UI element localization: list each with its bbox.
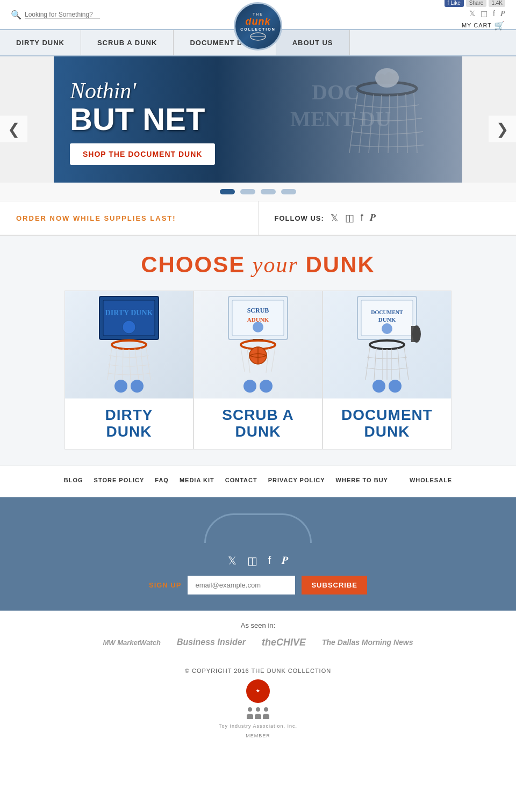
slider-dot-4[interactable] — [281, 189, 296, 194]
footer-instagram-icon[interactable]: ◫ — [247, 554, 257, 567]
choose-bold-2: DUNK — [306, 252, 375, 277]
svg-point-29 — [114, 380, 127, 393]
follow-section: FOLLOW US: 𝕏 ◫ f 𝑷 — [259, 201, 517, 235]
slider-dot-3[interactable] — [261, 189, 276, 194]
footer-link-privacy-policy[interactable]: PRIVACY POLICY — [268, 477, 325, 487]
site-logo[interactable]: THE dunk COLLECTION — [234, 2, 282, 50]
dirty-dunk-name: DIRTYDUNK — [105, 407, 153, 440]
toy-association: ★ Toy Industry Association, Inc. MEMBER — [9, 679, 507, 738]
fb-share-button[interactable]: Share — [466, 0, 487, 7]
svg-line-28 — [146, 347, 150, 380]
follow-facebook-icon[interactable]: f — [361, 212, 363, 224]
email-input[interactable] — [188, 576, 295, 595]
order-section: ORDER NOW WHILE SUPPLIES LAST! — [0, 201, 259, 235]
signup-row: SIGN UP SUBSCRIBE — [149, 576, 367, 595]
product-card-scrub-a-dunk[interactable]: SCRUB ADUNK — [194, 291, 322, 450]
document-dunk-name: DOCUMENTDUNK — [341, 407, 433, 440]
press-logo-thechive: theCHIVE — [262, 637, 306, 648]
toy-people-icon — [245, 706, 271, 719]
svg-point-61 — [372, 380, 385, 393]
svg-text:MENT DU: MENT DU — [290, 107, 391, 131]
svg-point-44 — [243, 380, 256, 393]
products-grid: DIRTY DUNK ® — [11, 291, 505, 450]
hero-content: Nothin' BUT NET SHOP THE DOCUMENT DUNK — [70, 78, 215, 165]
svg-line-22 — [108, 347, 112, 380]
footer-link-where-to-buy[interactable]: WHERE TO BUY — [336, 477, 388, 487]
slider-dot-1[interactable] — [220, 189, 235, 194]
hero-cta-button[interactable]: SHOP THE DOCUMENT DUNK — [70, 143, 215, 165]
svg-point-30 — [131, 380, 144, 393]
footer-link-blog[interactable]: BLOG — [64, 477, 83, 487]
footer-pinterest-icon[interactable]: 𝑷 — [282, 554, 288, 567]
footer-links: BLOG STORE POLICY FAQ MEDIA KIT CONTACT … — [0, 466, 516, 497]
hero-image: DOC MENT DU Nothin' BUT NET — [54, 56, 462, 183]
fb-like-button[interactable]: f Like — [445, 0, 464, 7]
choose-title: CHOOSE your DUNK — [11, 252, 505, 278]
logo-area[interactable]: THE dunk COLLECTION — [234, 2, 282, 50]
svg-text:DOC: DOC — [312, 80, 360, 104]
nav-item-dirty-dunk[interactable]: DIRTY DUNK — [0, 30, 81, 55]
search-area: 🔍 — [11, 10, 100, 20]
footer-link-contact[interactable]: CONTACT — [225, 477, 257, 487]
facebook-icon[interactable]: f — [493, 9, 495, 18]
nav-item-scrub-a-dunk[interactable]: SCRUB A DUNK — [81, 30, 174, 55]
svg-line-23 — [114, 348, 117, 380]
top-bar: 🔍 THE dunk COLLECTION f Like Share 1.4K — [0, 0, 516, 30]
svg-line-27 — [141, 348, 144, 380]
follow-instagram-icon[interactable]: ◫ — [345, 212, 354, 224]
press-logo-dallas: The Dallas Morning News — [322, 638, 413, 647]
document-dunk-svg: DOCUMENT DUNK — [349, 294, 425, 396]
footer-twitter-icon[interactable]: 𝕏 — [228, 554, 236, 567]
svg-point-63 — [248, 707, 252, 712]
footer-link-store-policy[interactable]: STORE POLICY — [94, 477, 145, 487]
cart-area[interactable]: MY CART 🛒 — [462, 20, 505, 31]
hero-tagline-italic: Nothin' — [70, 78, 215, 104]
follow-pinterest-icon[interactable]: 𝑷 — [370, 212, 376, 224]
nav-item-about-us[interactable]: ABOUT US — [276, 30, 350, 55]
svg-text:DUNK: DUNK — [378, 316, 396, 323]
slider-prev-button[interactable]: ❮ — [0, 115, 27, 142]
follow-twitter-icon[interactable]: 𝕏 — [331, 212, 339, 224]
svg-point-21 — [112, 340, 146, 349]
product-card-document-dunk[interactable]: DOCUMENT DUNK — [322, 291, 452, 450]
svg-line-59 — [398, 348, 400, 380]
search-input[interactable] — [25, 11, 100, 19]
product-card-dirty-dunk[interactable]: DIRTY DUNK ® — [64, 291, 194, 450]
choose-italic: your — [253, 252, 298, 277]
footer-link-faq[interactable]: FAQ — [155, 477, 169, 487]
svg-line-42 — [266, 349, 269, 373]
svg-point-45 — [260, 380, 273, 393]
svg-text:DOCUMENT: DOCUMENT — [371, 309, 403, 315]
svg-line-13 — [414, 93, 417, 153]
footer-arc — [204, 513, 312, 543]
svg-point-19 — [123, 321, 135, 334]
svg-line-55 — [374, 348, 376, 380]
footer-bottom: 𝕏 ◫ f 𝑷 SIGN UP SUBSCRIBE — [0, 497, 516, 611]
footer-facebook-icon[interactable]: f — [268, 554, 271, 567]
subscribe-button[interactable]: SUBSCRIBE — [302, 576, 367, 595]
footer-link-media-kit[interactable]: MEDIA KIT — [180, 477, 214, 487]
instagram-icon[interactable]: ◫ — [481, 9, 488, 18]
as-seen-in-section: As seen in: MW MarketWatch Business Insi… — [0, 611, 516, 659]
slider-dot-2[interactable] — [240, 189, 255, 194]
svg-line-43 — [271, 347, 275, 372]
press-logo-business-insider: Business Insider — [177, 637, 246, 647]
scrub-a-dunk-name: SCRUB ADUNK — [222, 407, 294, 440]
document-dunk-name-area: DOCUMENTDUNK — [337, 398, 437, 449]
choose-bold-1: CHOOSE — [141, 252, 245, 277]
scrub-a-dunk-name-area: SCRUB ADUNK — [218, 398, 298, 449]
search-icon[interactable]: 🔍 — [11, 10, 22, 20]
hero-tagline-bold: BUT NET — [70, 104, 215, 135]
press-logos: MW MarketWatch Business Insider theCHIVE… — [11, 637, 505, 648]
toy-member-text: MEMBER — [246, 733, 270, 738]
footer-link-wholesale[interactable]: WHOLESALE — [410, 477, 452, 487]
svg-line-40 — [241, 347, 245, 372]
slider-next-button[interactable]: ❯ — [489, 115, 516, 142]
svg-point-52 — [412, 325, 421, 343]
svg-line-12 — [406, 94, 407, 153]
order-text: ORDER NOW WHILE SUPPLIES LAST! — [16, 214, 176, 222]
dirty-dunk-svg: DIRTY DUNK ® — [91, 294, 167, 396]
twitter-icon[interactable]: 𝕏 — [469, 9, 475, 18]
pinterest-icon[interactable]: 𝑷 — [500, 9, 505, 18]
follow-label: FOLLOW US: — [275, 214, 324, 222]
